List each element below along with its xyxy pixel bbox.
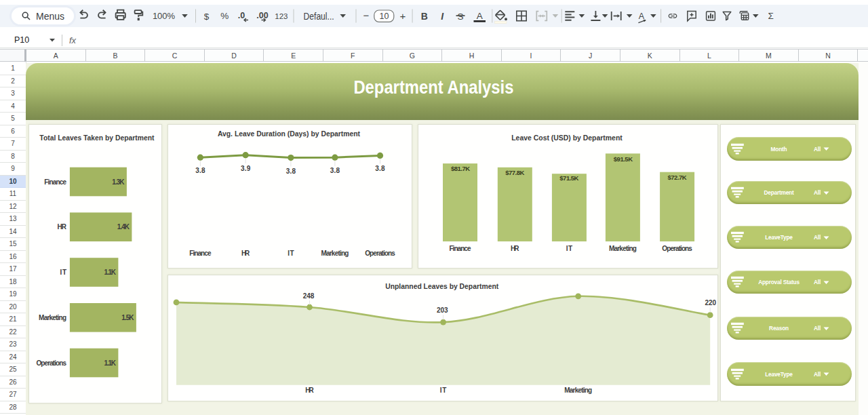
svg-text:A: A [639, 12, 645, 21]
svg-text:1.3K: 1.3K [112, 178, 125, 186]
svg-text:I: I [441, 11, 444, 22]
svg-text:Marketing: Marketing [321, 250, 349, 257]
svg-text:3.8: 3.8 [195, 167, 205, 174]
svg-text:Finance: Finance [449, 245, 471, 252]
svg-text:Operations: Operations [662, 245, 692, 252]
svg-text:Operations: Operations [36, 359, 66, 367]
svg-text:%: % [220, 11, 229, 21]
svg-text:Marketing: Marketing [564, 387, 592, 394]
svg-text:248: 248 [302, 292, 314, 299]
svg-text:1.5K: 1.5K [121, 314, 134, 321]
svg-text:Department Analysis: Department Analysis [353, 77, 513, 98]
svg-text:HR: HR [511, 245, 519, 252]
svg-text:$71.5K: $71.5K [559, 174, 578, 182]
svg-text:3.9: 3.9 [240, 165, 250, 172]
svg-text:Leave Cost (USD) by Department: Leave Cost (USD) by Department [511, 134, 623, 142]
svg-text:Finance: Finance [44, 178, 66, 186]
svg-text:.00: .00 [256, 11, 268, 20]
svg-text:Marketing: Marketing [608, 245, 636, 252]
svg-text:Σ: Σ [768, 11, 773, 21]
svg-text:HR: HR [57, 223, 66, 231]
svg-text:−: − [363, 9, 369, 21]
svg-text:220: 220 [705, 299, 716, 307]
svg-text:Operations: Operations [365, 250, 395, 257]
svg-text:1.4K: 1.4K [117, 223, 130, 231]
svg-text:Defaul...: Defaul... [304, 11, 334, 22]
svg-text:$72.7K: $72.7K [667, 174, 686, 181]
svg-text:3.8: 3.8 [330, 167, 340, 174]
svg-text:123: 123 [275, 12, 288, 20]
svg-text:$77.8K: $77.8K [505, 169, 524, 176]
svg-text:fx: fx [69, 35, 77, 45]
svg-text:B: B [421, 11, 428, 22]
svg-text:IT: IT [566, 245, 572, 252]
svg-text:203: 203 [437, 307, 448, 314]
svg-text:$81.7K: $81.7K [451, 165, 470, 172]
svg-text:3.8: 3.8 [375, 165, 385, 172]
svg-text:HR: HR [241, 250, 250, 257]
svg-text:1.1K: 1.1K [104, 359, 116, 367]
svg-text:Finance: Finance [189, 250, 212, 257]
svg-text:Marketing: Marketing [39, 314, 66, 321]
svg-text:$91.5K: $91.5K [613, 155, 632, 163]
svg-text:IT: IT [60, 269, 66, 276]
svg-text:+: + [400, 10, 406, 22]
svg-text:Unplanned Leaves by Department: Unplanned Leaves by Department [385, 282, 499, 290]
svg-text:IT: IT [439, 387, 446, 394]
svg-text:.0: .0 [238, 11, 245, 20]
svg-text:3.8: 3.8 [285, 167, 296, 175]
svg-text:A: A [477, 11, 483, 21]
svg-text:Total Leaves Taken by Departme: Total Leaves Taken by Department [39, 134, 155, 142]
svg-text:100%: 100% [153, 11, 176, 21]
svg-text:HR: HR [305, 387, 314, 394]
svg-text:IT: IT [288, 250, 294, 257]
svg-text:$: $ [204, 12, 210, 22]
svg-text:1.1K: 1.1K [104, 269, 116, 276]
svg-text:Avg. Leave Duration (Days) by: Avg. Leave Duration (Days) by Department [217, 130, 360, 138]
svg-text:10: 10 [379, 12, 389, 21]
